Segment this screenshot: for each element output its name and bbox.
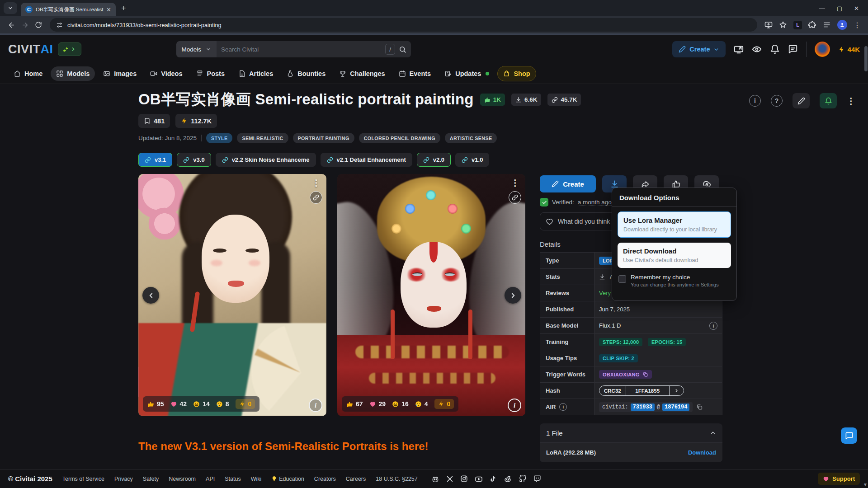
gallery-image-card-2[interactable]: ⋮ 67 29 16 4 [337, 174, 525, 416]
reaction-like[interactable]: 95 [147, 400, 164, 408]
new-tab-button[interactable]: + [121, 4, 126, 13]
air-info-icon[interactable]: i [559, 403, 567, 411]
option-direct-download[interactable]: Direct Download Use Civitai's default do… [618, 243, 731, 268]
forward-button[interactable] [18, 18, 32, 32]
scrollbar-down-arrow[interactable]: ▼ [863, 482, 868, 487]
air-identifier[interactable]: civitai: 731933 @ 1876194 [599, 402, 693, 412]
footer-link-terms[interactable]: Terms of Service [62, 476, 104, 482]
verified-time[interactable]: a month ago [578, 199, 612, 206]
image-info-button[interactable]: i [508, 399, 521, 412]
tiktok-icon[interactable] [490, 475, 497, 483]
search-category-select[interactable]: Models [176, 41, 217, 57]
footer-link-creators[interactable]: Creators [314, 476, 336, 482]
base-model-info-icon[interactable]: i [709, 322, 717, 330]
address-bar[interactable]: civitai.com/models/731933/ob-semi-realis… [50, 18, 757, 32]
nav-item-articles[interactable]: Articles [233, 66, 278, 81]
header-create-button[interactable]: Create [672, 41, 726, 57]
site-settings-icon[interactable] [56, 21, 63, 29]
search-icon[interactable] [399, 45, 406, 53]
image-info-button[interactable]: i [309, 399, 322, 412]
extension-l-badge[interactable]: L [793, 21, 802, 29]
back-button[interactable] [5, 18, 18, 32]
nav-item-models[interactable]: Models [51, 66, 95, 81]
nav-item-images[interactable]: Images [98, 66, 142, 81]
tag-style[interactable]: STYLE [206, 133, 232, 143]
twitch-icon[interactable] [533, 475, 541, 483]
tag-semi-realistic[interactable]: SEMI-REALISTIC [237, 133, 288, 143]
nav-item-posts[interactable]: Posts [191, 66, 231, 81]
model-info-icon[interactable]: i [749, 95, 761, 107]
window-maximize-icon[interactable]: ▢ [837, 5, 842, 12]
tab-close-icon[interactable]: ✕ [106, 6, 111, 13]
remix-brush-button[interactable] [793, 93, 810, 108]
trigger-word-badge[interactable]: OBXIAOXIANG [599, 370, 652, 379]
file-download-link[interactable]: Download [688, 449, 716, 456]
tag-colored-pencil[interactable]: COLORED PENCIL DRAWING [359, 133, 440, 143]
discord-icon[interactable] [431, 475, 439, 483]
x-icon[interactable] [446, 475, 453, 483]
copy-icon[interactable] [642, 371, 648, 377]
reaction-heart[interactable]: 42 [170, 400, 187, 408]
window-close-icon[interactable]: ✕ [854, 5, 859, 12]
chevron-up-icon[interactable] [710, 430, 716, 436]
youtube-icon[interactable] [475, 475, 483, 483]
browser-tab[interactable]: C OB半写实肖像画 Semi-realisti ✕ [21, 3, 116, 16]
chat-icon[interactable] [788, 44, 798, 54]
nav-item-challenges[interactable]: Challenges [334, 66, 390, 81]
image-menu-kebab-icon[interactable]: ⋮ [312, 178, 321, 188]
gallery-image-card-1[interactable]: ⋮ 95 42 14 8 [138, 174, 326, 416]
footer-link-2257[interactable]: 18 U.S.C. §2257 [376, 476, 417, 482]
bookmark-star-icon[interactable] [779, 21, 787, 29]
supporter-upgrade-button[interactable] [58, 42, 81, 56]
version-v3-1[interactable]: v3.1 [138, 153, 172, 167]
civitai-logo[interactable]: CIVITAI [8, 42, 53, 56]
reaction-cry[interactable]: 4 [415, 400, 428, 408]
reaction-buzz[interactable]: 0 [236, 399, 255, 409]
browsing-level-eye-icon[interactable] [752, 44, 762, 54]
search-input[interactable]: Search Civitai / [217, 41, 411, 57]
chat-fab-button[interactable] [841, 427, 857, 444]
version-v2-2[interactable]: v2.2 Skin Noise Enhanceme [216, 153, 316, 167]
nav-item-events[interactable]: Events [393, 66, 437, 81]
nav-item-videos[interactable]: Videos [145, 66, 188, 81]
nav-item-home[interactable]: Home [8, 66, 48, 81]
tag-artistic-sense[interactable]: ARTISTIC SENSE [445, 133, 497, 143]
reddit-icon[interactable] [504, 475, 512, 483]
reaction-laugh[interactable]: 16 [392, 400, 409, 408]
image-link-button[interactable] [310, 191, 322, 204]
tab-search-chevron-icon[interactable] [4, 2, 17, 14]
base-model-value[interactable]: Flux.1 D [599, 322, 621, 329]
footer-link-api[interactable]: API [206, 476, 215, 482]
carousel-prev-button[interactable] [142, 287, 159, 304]
hash-value[interactable]: 1FFA1855 [626, 386, 669, 395]
github-icon[interactable] [519, 475, 527, 483]
reaction-cry[interactable]: 8 [216, 400, 229, 408]
reading-list-icon[interactable] [823, 21, 831, 29]
follow-bell-button[interactable] [820, 93, 837, 108]
version-v1-0[interactable]: v1.0 [455, 153, 489, 167]
hash-selector[interactable]: CRC32 1FFA1855 [599, 385, 684, 396]
reload-button[interactable] [32, 18, 45, 32]
copy-icon[interactable] [696, 404, 703, 410]
model-menu-kebab-icon[interactable]: ⋮ [847, 96, 855, 106]
footer-link-safety[interactable]: Safety [143, 476, 159, 482]
bookmarks-badge[interactable]: 481 [138, 114, 170, 128]
hash-next-chevron-icon[interactable] [669, 386, 684, 395]
browser-menu-kebab-icon[interactable]: ⋮ [854, 21, 861, 29]
option-use-lora-manager[interactable]: Use Lora Manager Download directly to yo… [618, 211, 731, 238]
footer-link-status[interactable]: Status [225, 476, 241, 482]
support-button[interactable]: Support [818, 473, 860, 485]
image-link-button[interactable] [509, 191, 521, 204]
send-to-device-icon[interactable] [764, 21, 773, 29]
model-help-icon[interactable]: ? [771, 95, 783, 107]
scrollbar-thumb[interactable] [864, 46, 868, 71]
carousel-next-button[interactable] [505, 287, 521, 304]
buzz-tip-badge[interactable]: 112.7K [175, 114, 217, 128]
reaction-buzz[interactable]: 0 [434, 399, 454, 409]
footer-link-education[interactable]: Education [271, 476, 304, 482]
footer-link-newsroom[interactable]: Newsroom [169, 476, 196, 482]
nav-item-shop[interactable]: Shop [497, 66, 536, 81]
image-menu-kebab-icon[interactable]: ⋮ [511, 178, 520, 188]
footer-link-privacy[interactable]: Privacy [114, 476, 133, 482]
footer-link-wiki[interactable]: Wiki [251, 476, 262, 482]
